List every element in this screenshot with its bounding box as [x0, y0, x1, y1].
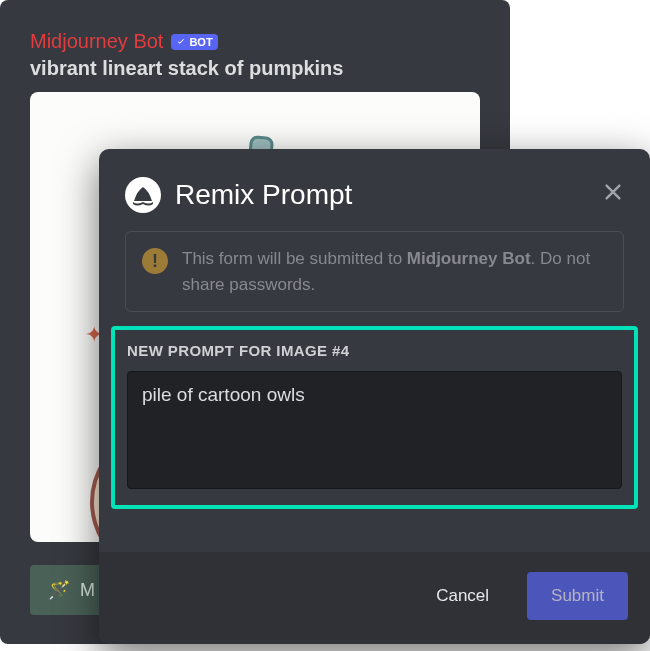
notice-prefix: This form will be submitted to	[182, 249, 407, 268]
prompt-editor-highlight: NEW PROMPT FOR IMAGE #4	[111, 326, 638, 509]
notice-text: This form will be submitted to Midjourne…	[182, 246, 607, 297]
modal-footer: Cancel Submit	[99, 552, 650, 644]
modal-title: Remix Prompt	[175, 179, 588, 211]
submit-button[interactable]: Submit	[527, 572, 628, 620]
security-notice: ! This form will be submitted to Midjour…	[125, 231, 624, 312]
message-prompt-text: vibrant lineart stack of pumpkins	[30, 57, 480, 80]
bot-badge-label: BOT	[189, 36, 212, 48]
notice-bot-name: Midjourney Bot	[407, 249, 531, 268]
cancel-button[interactable]: Cancel	[412, 572, 513, 620]
verified-check-icon	[176, 37, 186, 47]
variation-button-label: M	[80, 580, 95, 601]
bot-badge: BOT	[171, 34, 217, 50]
close-icon[interactable]	[602, 181, 624, 209]
remix-prompt-modal: Remix Prompt ! This form will be submitt…	[99, 149, 650, 644]
midjourney-ship-icon	[125, 177, 161, 213]
field-label: NEW PROMPT FOR IMAGE #4	[127, 342, 622, 359]
message-author: Midjourney Bot	[30, 30, 163, 53]
warning-icon: !	[142, 248, 168, 274]
wand-icon: 🪄	[48, 579, 70, 601]
new-prompt-input[interactable]	[127, 371, 622, 489]
bot-message: Midjourney Bot BOT vibrant lineart stack…	[0, 0, 510, 80]
